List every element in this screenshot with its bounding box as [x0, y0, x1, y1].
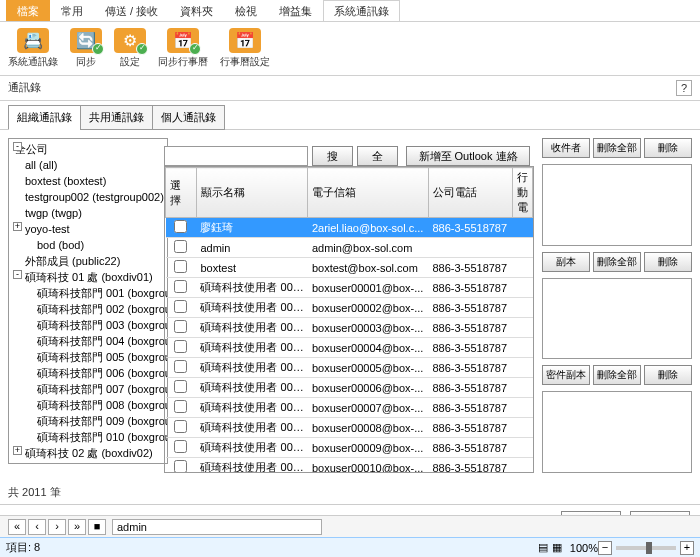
- row-checkbox[interactable]: [174, 340, 187, 353]
- recipient-list[interactable]: [542, 164, 692, 246]
- tree-node[interactable]: testgroup002 (testgroup002): [11, 189, 165, 205]
- ribbon-tab-0[interactable]: 常用: [50, 0, 94, 21]
- remove-cc-button[interactable]: 刪除: [644, 252, 692, 272]
- nav-last-icon[interactable]: »: [68, 519, 86, 535]
- grid-header-4[interactable]: 行動電: [513, 168, 533, 218]
- tree-node[interactable]: 碩琦科技部門 001 (boxgroup001): [11, 285, 165, 301]
- inner-tab-2[interactable]: 個人通訊錄: [152, 105, 225, 130]
- tree-node[interactable]: 碩琦科技部門 010 (boxgroup010): [11, 429, 165, 445]
- row-checkbox[interactable]: [174, 240, 187, 253]
- row-checkbox[interactable]: [174, 460, 187, 473]
- search-button[interactable]: 搜尋: [312, 146, 353, 166]
- tree-expand-icon[interactable]: +: [13, 222, 22, 231]
- remove-all-bcc-button[interactable]: 刪除全部: [593, 365, 641, 385]
- contacts-grid[interactable]: 選擇顯示名稱電子信箱公司電話行動電 廖鈺琦2ariel.liao@box-sol…: [164, 166, 534, 473]
- row-checkbox[interactable]: [174, 260, 187, 273]
- tree-pane[interactable]: -全公司all (all)boxtest (boxtest)testgroup0…: [8, 138, 168, 464]
- tree-node[interactable]: twgp (twgp): [11, 205, 165, 221]
- tree-node[interactable]: 碩琦科技部門 005 (boxgroup005): [11, 349, 165, 365]
- grid-header-1[interactable]: 顯示名稱: [196, 168, 307, 218]
- tree-node[interactable]: +yoyo-test: [11, 221, 165, 237]
- sync-cal-button[interactable]: 📅同步行事曆: [156, 26, 210, 71]
- row-checkbox[interactable]: [174, 220, 187, 233]
- tree-node[interactable]: 外部成員 (public22): [11, 253, 165, 269]
- zoom-in-button[interactable]: +: [680, 541, 694, 555]
- view-reading-icon[interactable]: ▦: [552, 541, 562, 554]
- table-row[interactable]: 碩琦科技使用者 00005boxuser00005@box-...886-3-5…: [166, 358, 533, 378]
- sync-button[interactable]: 🔄同步: [68, 26, 104, 71]
- ribbon-tab-2[interactable]: 資料夾: [169, 0, 224, 21]
- tree-expand-icon[interactable]: -: [13, 270, 22, 279]
- row-checkbox[interactable]: [174, 400, 187, 413]
- ribbon-tab-3[interactable]: 檢視: [224, 0, 268, 21]
- cc-list[interactable]: [542, 278, 692, 360]
- settings-button[interactable]: ⚙設定: [112, 26, 148, 71]
- row-checkbox[interactable]: [174, 360, 187, 373]
- bcc-list[interactable]: [542, 391, 692, 473]
- tree-node[interactable]: +碩琦科技 02 處 (boxdiv02): [11, 445, 165, 461]
- tree-node[interactable]: 碩琦科技部門 004 (boxgroup004): [11, 333, 165, 349]
- tree-node[interactable]: 碩琦科技部門 006 (boxgroup006): [11, 365, 165, 381]
- nav-first-icon[interactable]: «: [8, 519, 26, 535]
- table-row[interactable]: 碩琦科技使用者 00009boxuser00009@box-...886-3-5…: [166, 438, 533, 458]
- remove-all-cc-button[interactable]: 刪除全部: [593, 252, 641, 272]
- row-checkbox[interactable]: [174, 380, 187, 393]
- search-input[interactable]: [164, 146, 308, 166]
- tree-node[interactable]: all (all): [11, 157, 165, 173]
- cc-button[interactable]: 副本: [542, 252, 590, 272]
- table-row[interactable]: 碩琦科技使用者 00004boxuser00004@box-...886-3-5…: [166, 338, 533, 358]
- nav-stop-icon[interactable]: ■: [88, 519, 106, 535]
- tree-node[interactable]: 碩琦科技部門 009 (boxgroup009): [11, 413, 165, 429]
- tree-node[interactable]: 碩琦科技部門 003 (boxgroup003): [11, 317, 165, 333]
- table-row[interactable]: boxtestboxtest@box-sol.com886-3-5518787: [166, 258, 533, 278]
- remove-recipient-button[interactable]: 刪除: [644, 138, 692, 158]
- nav-prev-icon[interactable]: ‹: [28, 519, 46, 535]
- table-row[interactable]: 碩琦科技使用者 00010boxuser00010@box-...886-3-5…: [166, 458, 533, 474]
- nav-value-input[interactable]: [112, 519, 322, 535]
- nav-next-icon[interactable]: ›: [48, 519, 66, 535]
- add-to-outlook-button[interactable]: 新增至 Outlook 連絡人: [406, 146, 530, 166]
- zoom-out-button[interactable]: −: [598, 541, 612, 555]
- remove-bcc-button[interactable]: 刪除: [644, 365, 692, 385]
- help-button[interactable]: ?: [676, 80, 692, 96]
- tree-node[interactable]: -全公司: [11, 141, 165, 157]
- tree-expand-icon[interactable]: +: [13, 446, 22, 455]
- row-checkbox[interactable]: [174, 440, 187, 453]
- grid-header-2[interactable]: 電子信箱: [308, 168, 429, 218]
- view-normal-icon[interactable]: ▤: [538, 541, 548, 554]
- remove-all-recipient-button[interactable]: 刪除全部: [593, 138, 641, 158]
- row-checkbox[interactable]: [174, 300, 187, 313]
- table-row[interactable]: 碩琦科技使用者 00002boxuser00002@box-...886-3-5…: [166, 298, 533, 318]
- zoom-slider[interactable]: [616, 546, 676, 550]
- row-checkbox[interactable]: [174, 420, 187, 433]
- inner-tab-0[interactable]: 組織通訊錄: [8, 105, 81, 130]
- tree-node[interactable]: -碩琦科技 01 處 (boxdiv01): [11, 269, 165, 285]
- table-row[interactable]: 碩琦科技使用者 00008boxuser00008@box-...886-3-5…: [166, 418, 533, 438]
- table-row[interactable]: 廖鈺琦2ariel.liao@box-sol.c...886-3-5518787: [166, 218, 533, 238]
- table-row[interactable]: 碩琦科技使用者 00007boxuser00007@box-...886-3-5…: [166, 398, 533, 418]
- ribbon-file-tab[interactable]: 檔案: [6, 0, 50, 21]
- row-checkbox[interactable]: [174, 280, 187, 293]
- table-row[interactable]: adminadmin@box-sol.com: [166, 238, 533, 258]
- sys-addr-button[interactable]: 📇系統通訊錄: [6, 26, 60, 71]
- recipient-button[interactable]: 收件者: [542, 138, 590, 158]
- tree-node[interactable]: 碩琦科技部門 002 (boxgroup002): [11, 301, 165, 317]
- tree-node[interactable]: 碩琦科技部門 008 (boxgroup008): [11, 397, 165, 413]
- table-row[interactable]: 碩琦科技使用者 00003boxuser00003@box-...886-3-5…: [166, 318, 533, 338]
- table-row[interactable]: 碩琦科技使用者 00006boxuser00006@box-...886-3-5…: [166, 378, 533, 398]
- grid-header-3[interactable]: 公司電話: [428, 168, 512, 218]
- ribbon-tab-1[interactable]: 傳送 / 接收: [94, 0, 169, 21]
- grid-header-0[interactable]: 選擇: [166, 168, 197, 218]
- ribbon-tab-5[interactable]: 系統通訊錄: [323, 0, 400, 21]
- tree-node[interactable]: bod (bod): [11, 237, 165, 253]
- table-row[interactable]: 碩琦科技使用者 00001boxuser00001@box-...886-3-5…: [166, 278, 533, 298]
- inner-tab-1[interactable]: 共用通訊錄: [80, 105, 153, 130]
- cal-settings-button[interactable]: 📅行事曆設定: [218, 26, 272, 71]
- tree-node[interactable]: 碩琦科技部門 007 (boxgroup007): [11, 381, 165, 397]
- bcc-button[interactable]: 密件副本: [542, 365, 590, 385]
- tree-node[interactable]: boxtest (boxtest): [11, 173, 165, 189]
- row-checkbox[interactable]: [174, 320, 187, 333]
- tree-expand-icon[interactable]: -: [13, 142, 22, 151]
- ribbon-tab-4[interactable]: 增益集: [268, 0, 323, 21]
- select-all-button[interactable]: 全選: [357, 146, 398, 166]
